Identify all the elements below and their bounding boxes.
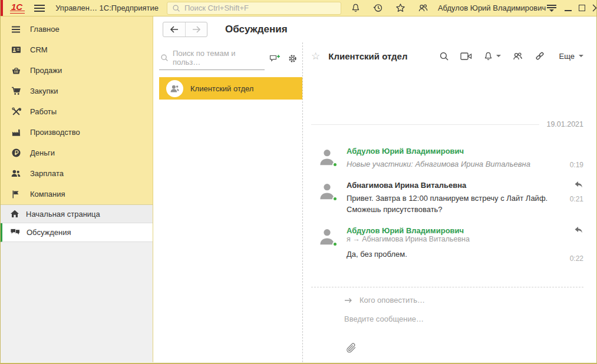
- message-time: 0:22: [570, 254, 583, 263]
- sidebar-item-sales[interactable]: Продажи: [1, 60, 153, 81]
- discussion-search-input[interactable]: Поиск по темам и польз…: [159, 47, 265, 70]
- notify-placeholder: Кого оповестить…: [359, 296, 425, 305]
- sidebar-item-label: Компания: [30, 190, 65, 198]
- discussion-name: Клиентский отдел: [190, 84, 253, 93]
- global-search-input[interactable]: Поиск Ctrl+Shift+F: [167, 2, 341, 15]
- notify-field[interactable]: Кого оповестить…: [318, 296, 583, 305]
- minimize-button[interactable]: [565, 5, 572, 11]
- message: Абдулов Юрий Владимирович Новые участник…: [311, 141, 583, 176]
- settings-gear-icon[interactable]: [288, 54, 298, 64]
- sidebar-item-label: Деньги: [30, 148, 55, 157]
- attach-paperclip-icon[interactable]: [345, 342, 357, 353]
- favorite-star-icon[interactable]: ☆: [311, 51, 320, 61]
- sidebar-item-crm[interactable]: CRM: [1, 39, 153, 60]
- sidebar-item-money[interactable]: Деньги: [1, 143, 153, 163]
- search-placeholder: Поиск Ctrl+Shift+F: [184, 4, 249, 12]
- message-placeholder: Введите сообщение…: [344, 315, 424, 323]
- history-icon[interactable]: [373, 3, 383, 13]
- link-icon[interactable]: [535, 51, 545, 61]
- participants-icon[interactable]: [512, 51, 523, 61]
- online-status-dot: [332, 196, 338, 201]
- sidebar-item-production[interactable]: Производство: [1, 122, 153, 143]
- sections-menu: Главное CRM Продажи: [1, 16, 153, 204]
- sidebar-item-main[interactable]: Главное: [1, 19, 153, 39]
- back-button[interactable]: [163, 22, 185, 37]
- message-author[interactable]: Абдулов Юрий Владимирович: [347, 226, 559, 235]
- flag-icon: [11, 189, 21, 200]
- page-title: Обсуждения: [225, 24, 288, 35]
- online-status-dot: [332, 241, 338, 247]
- title-bar: 1С Управлен… 1С:Предприятие Поиск Ctrl+S…: [1, 0, 596, 16]
- sidebar-item-label: CRM: [30, 45, 48, 54]
- chevron-down-icon: [496, 55, 501, 57]
- history-nav: [163, 22, 207, 37]
- hamburger-menu-icon[interactable]: [34, 5, 45, 12]
- message-text: Да, без проблем.: [347, 249, 559, 260]
- home-icon: [10, 209, 19, 219]
- forward-button[interactable]: [185, 22, 207, 37]
- sidebar: Главное CRM Продажи: [1, 16, 153, 362]
- red-accent-stripe: [1, 0, 3, 16]
- discussion-list-item-selected[interactable]: Клиентский отдел: [159, 77, 302, 100]
- sidebar-item-works[interactable]: Работы: [1, 101, 153, 122]
- message-input[interactable]: Введите сообщение…: [318, 315, 583, 323]
- more-label: Еще: [559, 52, 575, 61]
- new-discussion-icon[interactable]: [269, 54, 281, 64]
- sidebar-item-label: Зарплата: [30, 169, 64, 178]
- users-icon[interactable]: [418, 3, 428, 13]
- tab-home-page[interactable]: Начальная страница: [1, 204, 153, 223]
- chevron-down-icon: [579, 55, 583, 57]
- app-window: 1С Управлен… 1С:Предприятие Поиск Ctrl+S…: [0, 0, 597, 364]
- search-icon: [160, 54, 169, 62]
- avatar: [318, 227, 336, 247]
- search-icon: [172, 4, 180, 12]
- discussion-title: Клиентский отдел: [328, 51, 407, 61]
- notifications-bell-icon[interactable]: [351, 3, 361, 13]
- notification-settings-bell-icon[interactable]: [483, 51, 501, 61]
- tab-discussions[interactable]: Обсуждения: [1, 223, 153, 242]
- message-text: Привет. Завтра в 12:00 планируем встречу…: [347, 193, 559, 216]
- chat-bubbles-icon: [10, 228, 20, 237]
- sidebar-item-label: Работы: [30, 107, 57, 116]
- sidebar-item-salary[interactable]: Зарплата: [1, 163, 153, 184]
- main-menu-icon[interactable]: [546, 5, 558, 12]
- people-icon: [11, 168, 21, 179]
- message-recipient: я → Абнагимова Ирина Витальевна: [347, 235, 559, 243]
- reply-arrow-icon[interactable]: [574, 226, 583, 235]
- favorites-star-icon[interactable]: [395, 3, 405, 13]
- discussion-pane: ☆ Клиентский отдел: [302, 42, 596, 362]
- discussion-header: ☆ Клиентский отдел: [303, 42, 596, 66]
- discussion-list-panel: Поиск по темам и польз…: [153, 42, 302, 362]
- more-button[interactable]: Еще: [559, 52, 583, 61]
- message-time: 0:21: [570, 195, 583, 203]
- message-author[interactable]: Абнагимова Ирина Витальевна: [347, 181, 559, 190]
- sidebar-item-label: Продажи: [30, 66, 62, 75]
- group-avatar: [166, 80, 183, 97]
- tab-label: Начальная страница: [26, 210, 100, 219]
- date-separator: 19.01.2021: [311, 120, 583, 128]
- crm-card-icon: [11, 45, 21, 55]
- search-placeholder: Поиск по темам и польз…: [173, 49, 265, 67]
- message: Абдулов Юрий Владимирович я → Абнагимова…: [311, 221, 583, 268]
- sidebar-item-company[interactable]: Компания: [1, 184, 153, 204]
- compose-area: Кого оповестить… Введите сообщение…: [311, 287, 583, 362]
- online-status-dot: [332, 162, 338, 167]
- video-call-icon[interactable]: [460, 52, 472, 61]
- sidebar-item-label: Производство: [30, 128, 80, 137]
- current-user-name[interactable]: Абдулов Юрий Владимирович: [438, 4, 546, 12]
- maximize-button[interactable]: [579, 5, 585, 11]
- open-tabs: Начальная страница Обсуждения: [1, 204, 153, 242]
- message-time: 0:19: [570, 161, 583, 169]
- search-in-discussion-icon[interactable]: [439, 51, 449, 61]
- basket-icon: [11, 65, 21, 76]
- window-title: Управлен… 1С:Предприятие: [55, 4, 159, 12]
- sidebar-item-purchases[interactable]: Закупки: [1, 81, 153, 101]
- message-author[interactable]: Абдулов Юрий Владимирович: [347, 147, 559, 155]
- close-button[interactable]: [592, 4, 597, 12]
- reply-arrow-icon[interactable]: [574, 181, 583, 190]
- main-content: Обсуждения Поиск по темам и польз…: [153, 16, 596, 362]
- avatar: [318, 182, 336, 202]
- message-text: Новые участники: Абнагимова Ирина Виталь…: [347, 159, 559, 170]
- sidebar-item-label: Закупки: [30, 87, 58, 95]
- factory-icon: [11, 127, 21, 138]
